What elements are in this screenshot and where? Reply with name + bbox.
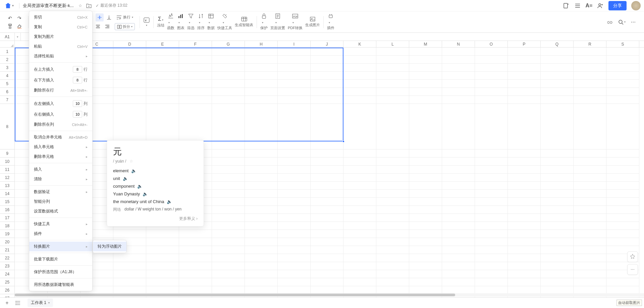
cell[interactable] — [212, 96, 245, 104]
protect-button[interactable]: ▾ 保护 — [259, 13, 269, 30]
cm-smart-split[interactable]: 智能分列 — [29, 197, 92, 206]
row-header[interactable]: 9 — [0, 149, 15, 158]
cell[interactable] — [541, 238, 574, 246]
cell[interactable] — [409, 246, 442, 254]
cell[interactable] — [343, 96, 376, 104]
cell[interactable] — [475, 64, 508, 72]
cm-protect-range[interactable]: 保护所选范围（A1:J8） — [29, 267, 92, 277]
cell[interactable] — [278, 254, 311, 262]
cell[interactable] — [442, 56, 475, 64]
column-header[interactable]: N — [442, 41, 475, 47]
cell[interactable] — [146, 56, 179, 64]
speaker-icon[interactable]: 🔈 — [143, 191, 148, 196]
cell[interactable] — [442, 222, 475, 230]
cell[interactable] — [606, 149, 639, 158]
cell[interactable] — [541, 88, 574, 96]
cell[interactable] — [113, 72, 146, 80]
cell[interactable] — [179, 262, 212, 270]
insert-right-count[interactable] — [73, 111, 82, 118]
cell[interactable] — [146, 88, 179, 96]
cell[interactable] — [574, 64, 606, 72]
cell[interactable] — [343, 149, 376, 158]
cell[interactable] — [409, 158, 442, 166]
cell[interactable] — [146, 270, 179, 278]
cell[interactable] — [541, 254, 574, 262]
link-icon[interactable] — [606, 18, 614, 26]
cell[interactable] — [442, 64, 475, 72]
cell[interactable] — [212, 80, 245, 88]
cell[interactable] — [146, 80, 179, 88]
cell[interactable] — [574, 80, 606, 88]
cell[interactable] — [311, 48, 343, 56]
cell[interactable] — [376, 72, 409, 80]
cell[interactable] — [245, 88, 278, 96]
cell[interactable] — [541, 198, 574, 206]
row-header[interactable]: 8 — [0, 104, 15, 149]
cell[interactable] — [278, 222, 311, 230]
column-header[interactable]: P — [508, 41, 541, 47]
cell[interactable] — [508, 64, 541, 72]
cell[interactable] — [508, 96, 541, 104]
row-header[interactable]: 4 — [0, 72, 15, 80]
cell[interactable] — [311, 149, 343, 158]
cell[interactable] — [442, 246, 475, 254]
cell[interactable] — [245, 56, 278, 64]
cell[interactable] — [574, 270, 606, 278]
cell[interactable] — [278, 238, 311, 246]
cell[interactable] — [442, 88, 475, 96]
cell[interactable] — [376, 246, 409, 254]
cell[interactable] — [343, 64, 376, 72]
cell[interactable] — [311, 190, 343, 198]
cell[interactable] — [508, 149, 541, 158]
cell[interactable] — [376, 254, 409, 262]
cell[interactable] — [245, 149, 278, 158]
cell[interactable] — [376, 149, 409, 158]
cell[interactable] — [475, 56, 508, 64]
cell[interactable] — [278, 190, 311, 198]
cell[interactable] — [606, 96, 639, 104]
cell[interactable] — [606, 174, 639, 182]
scrollbar-thumb[interactable] — [15, 294, 455, 296]
cell[interactable] — [245, 72, 278, 80]
cm-insert-left[interactable]: 在左侧插入 列 — [29, 98, 92, 109]
cell[interactable] — [311, 88, 343, 96]
cell[interactable] — [146, 96, 179, 104]
cell[interactable] — [541, 96, 574, 104]
cell[interactable] — [508, 278, 541, 286]
cell[interactable] — [508, 206, 541, 214]
cell[interactable] — [442, 104, 475, 149]
cell[interactable] — [574, 104, 606, 149]
cell[interactable] — [343, 238, 376, 246]
column-header[interactable]: O — [475, 41, 508, 47]
cm-paste-special[interactable]: 选择性粘贴▸ — [29, 51, 92, 61]
cm-paste[interactable]: 粘贴Ctrl+V — [29, 42, 92, 51]
freeze-button[interactable]: Σ▾ 冻结 — [156, 16, 166, 28]
cell[interactable] — [343, 206, 376, 214]
cell[interactable] — [409, 72, 442, 80]
cm-copy-as-image[interactable]: 复制为图片 — [29, 32, 92, 42]
cell[interactable] — [179, 278, 212, 286]
star-icon[interactable]: ☆ — [78, 3, 82, 8]
cell[interactable] — [442, 158, 475, 166]
chevron-down-icon[interactable]: ▾ — [15, 33, 21, 41]
cell[interactable] — [409, 238, 442, 246]
cell[interactable] — [343, 222, 376, 230]
cell[interactable] — [475, 166, 508, 174]
cm-insert-right[interactable]: 在右侧插入 列 — [29, 109, 92, 120]
cell[interactable] — [212, 182, 245, 190]
cell[interactable] — [574, 238, 606, 246]
cell[interactable] — [212, 72, 245, 80]
cell[interactable] — [508, 80, 541, 88]
cell[interactable] — [606, 88, 639, 96]
row-header[interactable]: 7 — [0, 96, 15, 104]
halign-right-button[interactable] — [103, 23, 111, 31]
cell[interactable] — [311, 246, 343, 254]
cell[interactable] — [376, 56, 409, 64]
gen-image-button[interactable]: 生成图片 — [304, 16, 321, 27]
cell[interactable] — [541, 214, 574, 222]
cell[interactable] — [278, 149, 311, 158]
cell[interactable] — [212, 270, 245, 278]
cell[interactable] — [245, 198, 278, 206]
cell[interactable] — [409, 214, 442, 222]
cell[interactable] — [376, 104, 409, 149]
